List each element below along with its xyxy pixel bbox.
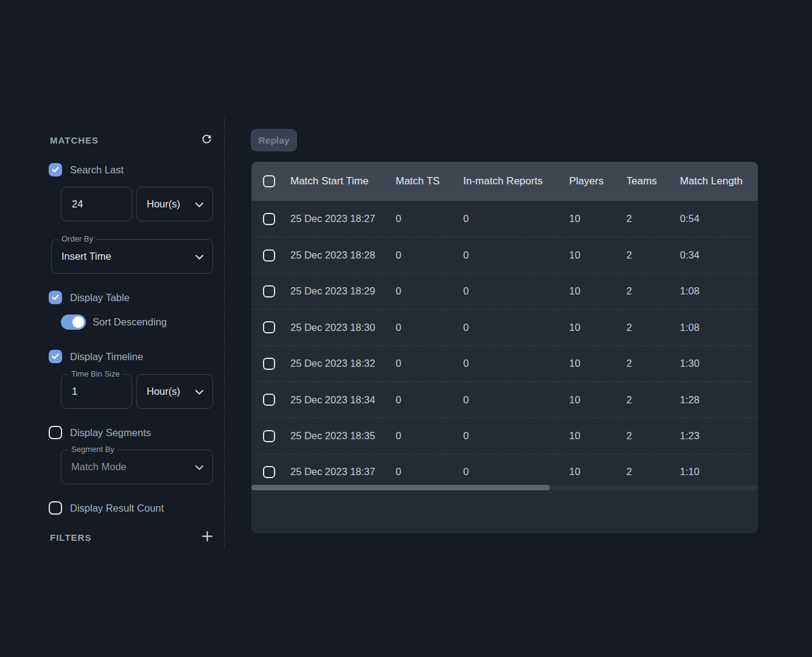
display-table-label: Display Table	[70, 292, 130, 304]
row-checkbox[interactable]	[263, 285, 275, 297]
cell-match-ts: 0	[396, 430, 463, 442]
search-last-row: Search Last	[49, 162, 124, 177]
table-row: 25 Dec 2023 18:32 0 0 10 2 1:30	[251, 346, 758, 381]
column-header-match-ts: Match TS	[396, 175, 463, 187]
cell-teams: 2	[626, 358, 680, 369]
cell-match-ts: 0	[396, 213, 463, 224]
display-segments-checkbox[interactable]	[49, 426, 62, 439]
cell-length: 1:08	[680, 322, 758, 333]
cell-length: 1:30	[680, 358, 758, 369]
display-result-count-checkbox[interactable]	[49, 501, 62, 515]
display-segments-row: Display Segments	[49, 425, 151, 440]
segment-by-label: Segment By	[68, 445, 117, 454]
cell-reports: 0	[463, 285, 569, 297]
row-checkbox[interactable]	[263, 249, 275, 262]
cell-match-ts: 0	[396, 322, 463, 333]
cell-reports: 0	[463, 213, 569, 224]
order-by-field: Order By Insert Time	[51, 239, 213, 274]
time-bin-unit-field: Hour(s)	[136, 374, 213, 409]
cell-length: 0:54	[680, 213, 758, 224]
horizontal-scrollbar-thumb[interactable]	[251, 485, 550, 490]
sort-descending-label: Sort Descending	[93, 316, 167, 328]
cell-reports: 0	[463, 322, 569, 333]
display-timeline-checkbox[interactable]	[49, 350, 62, 363]
refresh-button[interactable]	[200, 133, 213, 147]
cell-reports: 0	[463, 430, 569, 442]
display-result-count-label: Display Result Count	[70, 502, 164, 514]
display-result-count-row: Display Result Count	[49, 501, 164, 515]
cell-match-ts: 0	[396, 466, 463, 478]
search-last-label: Search Last	[70, 164, 124, 176]
cell-length: 1:23	[680, 430, 758, 442]
row-checkbox[interactable]	[263, 394, 275, 406]
cell-match-ts: 0	[396, 285, 463, 297]
cell-match-ts: 0	[396, 394, 463, 406]
search-window-unit-value: Hour(s)	[147, 198, 180, 210]
table-header-row: Match Start Time Match TS In-match Repor…	[251, 162, 758, 201]
column-header-teams: Teams	[626, 175, 680, 187]
refresh-icon	[200, 133, 213, 147]
check-icon	[52, 351, 59, 362]
segment-by-select[interactable]: Match Mode	[61, 450, 212, 484]
order-by-value: Insert Time	[61, 251, 111, 262]
cell-start-time: 25 Dec 2023 18:28	[290, 249, 396, 261]
search-window-unit-select[interactable]: Hour(s)	[137, 187, 212, 221]
search-last-checkbox[interactable]	[49, 163, 62, 176]
header-checkbox-cell	[251, 175, 290, 187]
table-row: 25 Dec 2023 18:28 0 0 10 2 0:34	[251, 237, 758, 273]
row-checkbox[interactable]	[263, 213, 275, 225]
time-bin-size-input[interactable]	[61, 375, 131, 408]
cell-reports: 0	[463, 394, 569, 406]
cell-start-time: 25 Dec 2023 18:34	[290, 394, 396, 406]
time-bin-unit-value: Hour(s)	[147, 386, 180, 397]
chevron-down-icon	[195, 386, 203, 397]
cell-players: 10	[569, 430, 626, 442]
table-row: 25 Dec 2023 18:30 0 0 10 2 1:08	[251, 309, 758, 345]
row-checkbox[interactable]	[263, 358, 275, 370]
check-icon	[52, 164, 59, 175]
column-header-match-start-time: Match Start Time	[290, 175, 396, 187]
display-table-checkbox[interactable]	[49, 291, 62, 304]
cell-teams: 2	[626, 249, 680, 261]
cell-teams: 2	[626, 430, 680, 442]
select-all-checkbox[interactable]	[263, 175, 275, 187]
cell-teams: 2	[626, 394, 680, 406]
plus-icon	[201, 530, 213, 544]
cell-players: 10	[569, 213, 626, 224]
segment-by-value: Match Mode	[71, 461, 127, 473]
cell-start-time: 25 Dec 2023 18:29	[290, 285, 396, 297]
chevron-down-icon	[195, 251, 203, 262]
sort-descending-toggle[interactable]	[61, 315, 86, 330]
table-body: 25 Dec 2023 18:27 0 0 10 2 0:54 25 Dec 2…	[251, 201, 758, 490]
cell-players: 10	[569, 285, 626, 297]
cell-reports: 0	[463, 358, 569, 369]
row-checkbox[interactable]	[263, 466, 275, 478]
display-segments-label: Display Segments	[70, 427, 151, 439]
row-checkbox[interactable]	[263, 430, 275, 442]
matches-title: MATCHES	[50, 135, 99, 145]
search-window-input[interactable]	[61, 187, 131, 221]
chevron-down-icon	[195, 199, 203, 210]
table-row: 25 Dec 2023 18:35 0 0 10 2 1:23	[251, 417, 758, 453]
cell-length: 0:34	[680, 249, 758, 261]
cell-start-time: 25 Dec 2023 18:32	[290, 358, 396, 369]
row-checkbox[interactable]	[263, 321, 275, 333]
time-bin-unit-select[interactable]: Hour(s)	[137, 375, 212, 408]
cell-start-time: 25 Dec 2023 18:35	[290, 430, 396, 442]
replay-button[interactable]: Replay	[251, 129, 297, 151]
add-filter-button[interactable]	[201, 530, 213, 544]
time-bin-size-field: Time Bin Size	[61, 374, 132, 409]
table-row: 25 Dec 2023 18:27 0 0 10 2 0:54	[251, 201, 758, 237]
cell-start-time: 25 Dec 2023 18:27	[290, 213, 396, 224]
toggle-knob	[72, 316, 84, 328]
display-table-row: Display Table	[49, 290, 130, 305]
horizontal-scrollbar-track[interactable]	[251, 485, 758, 490]
time-bin-size-label: Time Bin Size	[68, 369, 123, 378]
cell-teams: 2	[626, 466, 680, 478]
search-window-field	[61, 187, 132, 221]
page: MATCHES Search Last Hour(s) Order By Ins…	[0, 0, 812, 657]
cell-match-ts: 0	[396, 249, 463, 261]
matches-section-header: MATCHES	[50, 131, 213, 149]
order-by-select[interactable]: Insert Time	[52, 240, 212, 273]
column-header-in-match-reports: In-match Reports	[463, 175, 569, 187]
